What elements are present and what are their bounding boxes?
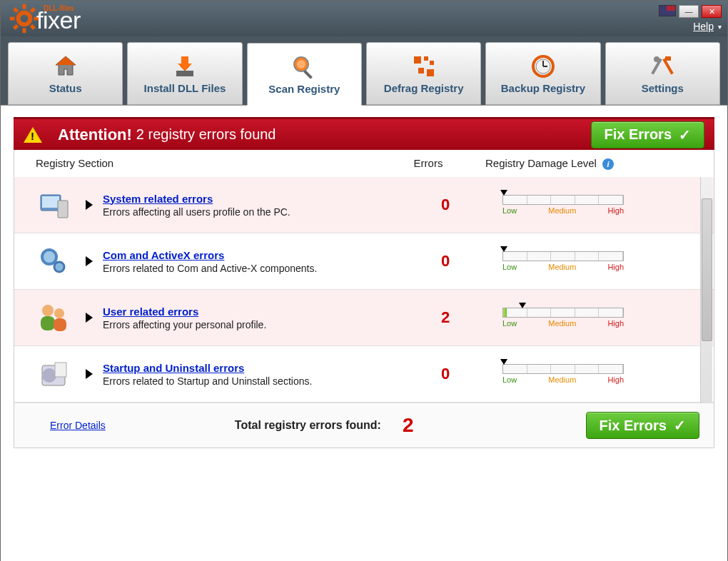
window-controls: — ✕ <box>659 5 722 18</box>
fix-button-label: Fix Errors <box>600 418 667 434</box>
scrollbar-thumb[interactable] <box>702 198 712 341</box>
help-menu[interactable]: Help <box>693 21 714 32</box>
col-section: Registry Section <box>36 157 393 170</box>
row-text: User related errorsErrors affecting your… <box>103 305 410 330</box>
tab-defrag-registry[interactable]: Defrag Registry <box>366 42 481 105</box>
tab-install-dll[interactable]: Install DLL Files <box>127 42 242 105</box>
table-header: Registry Section Errors Registry Damage … <box>14 150 714 177</box>
svg-rect-29 <box>665 56 671 61</box>
expand-toggle[interactable] <box>86 200 93 210</box>
damage-gauge: LowMediumHigh <box>481 195 699 215</box>
clock-icon <box>530 54 556 79</box>
app-window: DLL-files fixer — ✕ Help ▾ Status <box>0 0 728 561</box>
svg-rect-19 <box>430 61 434 65</box>
svg-rect-5 <box>22 28 26 33</box>
row-error-count: 0 <box>410 196 481 214</box>
svg-rect-16 <box>303 70 313 79</box>
svg-rect-18 <box>424 56 428 61</box>
scrollbar[interactable] <box>700 177 712 403</box>
row-description: Errors related to Startup and Uninstall … <box>103 375 410 387</box>
tab-backup-registry[interactable]: Backup Registry <box>485 42 600 105</box>
warning-icon <box>24 127 42 143</box>
navbar: Status Install DLL Files Scan Registry D… <box>1 36 727 106</box>
blocks-icon <box>411 54 437 79</box>
brand-title: fixer <box>36 8 81 32</box>
table-row: System related errorsErrors affecting al… <box>14 177 714 233</box>
svg-rect-17 <box>414 56 421 64</box>
row-icon <box>36 243 71 279</box>
expand-toggle[interactable] <box>86 313 93 323</box>
svg-point-15 <box>297 60 305 69</box>
svg-point-37 <box>54 308 64 318</box>
row-icon <box>36 356 71 392</box>
row-text: System related errorsErrors affecting al… <box>103 193 410 218</box>
tab-settings[interactable]: Settings <box>605 42 720 105</box>
tab-status[interactable]: Status <box>8 42 123 105</box>
language-flag-button[interactable] <box>659 5 676 16</box>
expand-toggle[interactable] <box>86 256 93 266</box>
row-title-link[interactable]: System related errors <box>103 193 410 205</box>
download-icon <box>172 54 198 79</box>
tools-icon <box>649 54 675 79</box>
magnify-icon <box>291 54 317 80</box>
row-error-count: 0 <box>410 252 481 271</box>
svg-rect-8 <box>13 7 19 13</box>
row-title-link[interactable]: Startup and Uninstall errors <box>103 362 410 374</box>
alert-strong: Attention! <box>58 126 132 144</box>
titlebar: DLL-files fixer — ✕ Help ▾ <box>1 1 727 36</box>
svg-marker-10 <box>56 56 76 65</box>
svg-marker-13 <box>178 56 192 71</box>
alert-message: 2 registry errors found <box>136 126 276 143</box>
row-icon <box>36 300 71 335</box>
fix-errors-button[interactable]: Fix Errors ✓ <box>591 121 704 148</box>
damage-gauge: LowMediumHigh <box>481 364 699 384</box>
col-damage: Registry Damage Level i <box>464 157 699 170</box>
tab-scan-registry[interactable]: Scan Registry <box>247 43 362 106</box>
results-table: Registry Section Errors Registry Damage … <box>14 150 714 448</box>
svg-rect-41 <box>55 363 66 377</box>
svg-point-28 <box>654 56 659 62</box>
svg-rect-20 <box>418 68 424 74</box>
row-description: Errors related to Com and Active-X compo… <box>103 263 410 274</box>
close-button[interactable]: ✕ <box>702 5 722 18</box>
damage-gauge: LowMediumHigh <box>481 251 699 271</box>
row-title-link[interactable]: User related errors <box>103 305 410 318</box>
svg-rect-1 <box>22 4 26 9</box>
row-error-count: 0 <box>410 365 481 383</box>
table-row: Com and ActiveX errorsErrors related to … <box>14 233 714 290</box>
svg-rect-27 <box>663 58 674 74</box>
tab-label: Install DLL Files <box>144 82 226 94</box>
error-details-link[interactable]: Error Details <box>50 420 106 431</box>
svg-point-35 <box>42 305 54 316</box>
total-label: Total registry errors found: <box>235 419 381 432</box>
logo: DLL-files fixer <box>9 4 81 34</box>
fix-errors-button-footer[interactable]: Fix Errors ✓ <box>586 412 699 439</box>
svg-rect-11 <box>176 71 193 76</box>
svg-rect-36 <box>41 316 55 330</box>
row-title-link[interactable]: Com and ActiveX errors <box>103 249 410 261</box>
svg-rect-32 <box>58 201 68 218</box>
svg-rect-31 <box>42 196 59 208</box>
row-text: Startup and Uninstall errorsErrors relat… <box>103 362 410 387</box>
table-footer: Error Details Total registry errors foun… <box>14 403 714 448</box>
svg-rect-7 <box>10 16 15 20</box>
svg-rect-21 <box>427 69 434 76</box>
expand-toggle[interactable] <box>86 369 93 379</box>
info-icon[interactable]: i <box>602 158 614 170</box>
check-icon: ✓ <box>679 126 691 143</box>
row-icon <box>36 187 71 223</box>
col-errors: Errors <box>393 157 464 170</box>
alert-banner: Attention! 2 registry errors found Fix E… <box>14 117 714 150</box>
content-area: Attention! 2 registry errors found Fix E… <box>1 106 727 561</box>
fix-button-label: Fix Errors <box>605 126 672 143</box>
svg-rect-2 <box>30 7 36 13</box>
tab-label: Defrag Registry <box>384 82 464 94</box>
svg-point-40 <box>42 368 56 383</box>
row-description: Errors affecting all users profile on th… <box>103 206 410 218</box>
gear-icon <box>9 4 39 34</box>
svg-point-34 <box>54 262 64 272</box>
svg-rect-6 <box>13 24 19 30</box>
table-row: User related errorsErrors affecting your… <box>14 290 714 346</box>
svg-rect-38 <box>54 318 66 331</box>
minimize-button[interactable]: — <box>679 5 699 18</box>
